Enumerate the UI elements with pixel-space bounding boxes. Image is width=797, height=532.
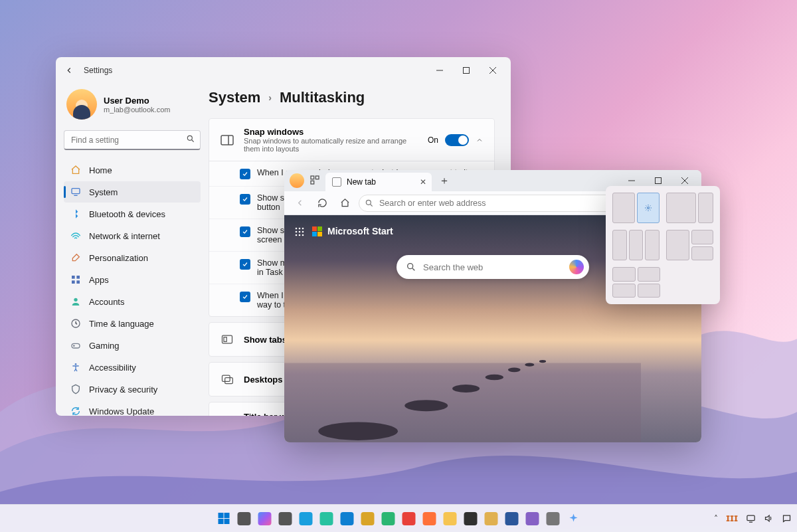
snap-toggle[interactable]: [445, 134, 469, 146]
edge-profile-avatar[interactable]: [290, 173, 304, 188]
taskbar-files[interactable]: [442, 510, 459, 527]
profile-name: User Demo: [104, 96, 170, 106]
refresh-button[interactable]: [313, 195, 331, 212]
taskbar-terminal[interactable]: [462, 510, 480, 527]
new-tab-button[interactable]: ＋: [436, 172, 453, 189]
taskbar-store[interactable]: [524, 510, 541, 527]
checkbox-checked-icon[interactable]: [240, 292, 250, 302]
taskbar-edge[interactable]: [318, 510, 335, 527]
svg-rect-19: [311, 176, 314, 179]
profile-block[interactable]: User Demo m_lab@outlook.com: [64, 84, 201, 130]
tray-chevron-icon[interactable]: ˄: [714, 514, 718, 523]
checkbox-checked-icon[interactable]: [240, 169, 250, 179]
snap-layout-quad[interactable]: [612, 267, 660, 298]
svg-rect-17: [225, 378, 233, 384]
search-icon: [365, 199, 374, 208]
taskbar-start[interactable]: [215, 510, 232, 527]
sidebar-item-label: Network & internet: [89, 231, 160, 241]
settings-sidebar: User Demo m_lab@outlook.com HomeSystemBl…: [56, 84, 209, 416]
breadcrumb-root[interactable]: System: [209, 89, 260, 106]
settings-search[interactable]: [64, 130, 201, 150]
svg-rect-20: [315, 176, 319, 179]
sidebar-item-home[interactable]: Home: [64, 159, 201, 181]
taskbar-firefox[interactable]: [421, 510, 438, 527]
a11y-icon: [70, 362, 81, 373]
browser-tab[interactable]: New tab ✕: [325, 173, 432, 191]
maximize-button[interactable]: [454, 61, 479, 80]
tray-app-icon[interactable]: 𝗜𝗜𝗜: [726, 514, 738, 523]
svg-rect-1: [464, 68, 470, 74]
taskbar[interactable]: ˄ 𝗜𝗜𝗜: [0, 504, 797, 532]
snap-icon: [220, 133, 234, 147]
workspaces-icon[interactable]: [310, 175, 321, 187]
ntp-searchbox[interactable]: [397, 255, 589, 279]
net-icon: [70, 230, 81, 241]
sidebar-item-gaming[interactable]: Gaming: [64, 335, 201, 356]
svg-point-30: [299, 231, 301, 233]
svg-point-42: [525, 363, 535, 366]
sidebar-item-accessibility[interactable]: Accessibility: [64, 357, 201, 378]
taskbar-systray[interactable]: ˄ 𝗜𝗜𝗜: [714, 513, 792, 523]
ntp-search-input[interactable]: [423, 262, 563, 272]
back-button[interactable]: [61, 62, 77, 78]
checkbox-checked-icon[interactable]: [240, 194, 250, 205]
tab-close-icon[interactable]: ✕: [420, 177, 426, 187]
tray-notifications-icon[interactable]: [782, 513, 792, 523]
microsoft-start-logo[interactable]: Microsoft Start: [312, 226, 393, 236]
sidebar-item-privacy-security[interactable]: Privacy & security: [64, 379, 201, 400]
snap-layout-2col[interactable]: [612, 193, 660, 223]
sidebar-item-label: System: [89, 187, 118, 197]
profile-email: m_lab@outlook.com: [104, 106, 170, 114]
taskbar-edge-dev[interactable]: [298, 510, 315, 527]
sidebar-item-network-internet[interactable]: Network & internet: [64, 225, 201, 246]
svg-point-37: [318, 422, 398, 440]
svg-point-41: [508, 367, 521, 372]
copilot-icon[interactable]: [569, 260, 584, 274]
taskbar-center: [215, 510, 582, 527]
snap-layout-left-split[interactable]: [666, 230, 713, 260]
time-icon: [70, 318, 81, 329]
taskbar-misc[interactable]: [545, 510, 562, 527]
sidebar-item-windows-update[interactable]: Windows Update: [64, 400, 201, 416]
snap-layout-2col-wide[interactable]: [666, 193, 713, 223]
sidebar-item-personalization[interactable]: Personalization: [64, 247, 201, 268]
checkbox-checked-icon[interactable]: [240, 226, 250, 237]
svg-rect-10: [72, 343, 80, 348]
sidebar-item-accounts[interactable]: Accounts: [64, 291, 201, 312]
taskbar-edge-canary[interactable]: [359, 510, 377, 527]
taskbar-edge-green[interactable]: [380, 510, 397, 527]
sidebar-item-system[interactable]: System: [64, 181, 201, 203]
close-button[interactable]: [480, 61, 505, 80]
taskbar-notes[interactable]: [483, 510, 500, 527]
taskbar-edge-beta[interactable]: [339, 510, 356, 527]
search-input[interactable]: [64, 130, 201, 150]
taskbar-chrome[interactable]: [400, 510, 418, 527]
checkbox-checked-icon[interactable]: [240, 259, 250, 270]
taskbar-word[interactable]: [503, 510, 521, 527]
sidebar-item-apps[interactable]: Apps: [64, 269, 201, 290]
row-icon: [220, 332, 234, 347]
taskbar-explorer-new[interactable]: [256, 510, 274, 527]
tray-network-icon[interactable]: [746, 513, 756, 523]
nav-back-button[interactable]: [291, 195, 308, 212]
taskbar-ai[interactable]: [565, 510, 582, 527]
sidebar-item-time-language[interactable]: Time & language: [64, 313, 201, 334]
sidebar-item-label: Apps: [89, 275, 109, 285]
taskbar-task[interactable]: [236, 510, 253, 527]
tray-volume-icon[interactable]: [764, 513, 774, 523]
settings-window-title: Settings: [84, 66, 112, 75]
svg-rect-5: [76, 276, 80, 279]
chevron-up-icon[interactable]: [476, 136, 484, 144]
sidebar-item-bluetooth-devices[interactable]: Bluetooth & devices: [64, 203, 201, 224]
ntp-background-illustration: [284, 295, 641, 442]
priv-icon: [70, 384, 81, 395]
home-button[interactable]: [336, 195, 353, 212]
minimize-button[interactable]: [427, 61, 452, 80]
home-icon: [70, 165, 81, 175]
taskbar-settings[interactable]: [277, 510, 294, 527]
snap-header[interactable]: Snap windows Snap windows to automatical…: [209, 119, 494, 161]
settings-titlebar[interactable]: Settings: [56, 57, 511, 84]
snap-layout-3col[interactable]: [612, 230, 660, 260]
app-launcher-icon[interactable]: [295, 227, 304, 236]
svg-point-43: [539, 360, 546, 363]
